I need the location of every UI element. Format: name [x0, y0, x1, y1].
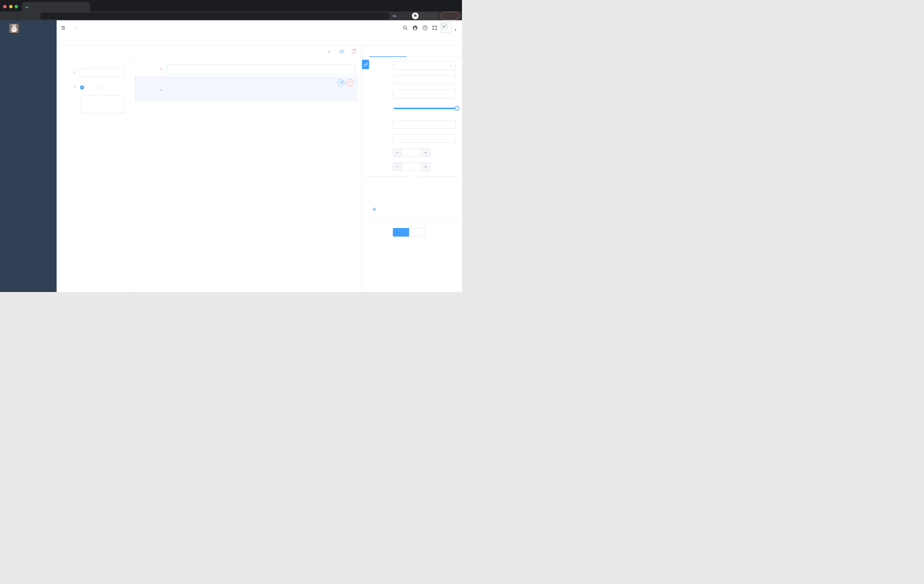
phone-field-label: *	[131, 64, 163, 74]
form-remark-textarea[interactable]: ◿	[80, 96, 125, 114]
component-type-select[interactable]: ∨	[393, 61, 456, 70]
title-row	[362, 90, 462, 98]
breadcrumb: /	[73, 26, 79, 30]
form-status-label: *	[57, 85, 76, 89]
browser-tabstrip	[0, 0, 462, 12]
tags-view	[57, 35, 462, 46]
window-minimize-button[interactable]	[9, 5, 13, 8]
search-icon[interactable]	[403, 25, 408, 31]
trash-icon	[349, 82, 351, 85]
min-select-stepper: − +	[393, 148, 430, 157]
max-select-placeholder[interactable]	[402, 163, 421, 171]
required-mark: *	[160, 67, 162, 72]
avatar-dropdown-icon[interactable]: ▼	[454, 29, 457, 31]
minus-button[interactable]: −	[393, 163, 402, 171]
plus-circle-icon: ⊕	[373, 207, 376, 212]
field-name-input[interactable]	[393, 75, 456, 84]
window-close-button[interactable]	[3, 5, 7, 8]
trash-icon	[353, 51, 356, 53]
form-name-input[interactable]	[80, 68, 125, 77]
required-mark: *	[160, 88, 162, 93]
designer-actions: ✓	[327, 46, 357, 57]
tab-form-props[interactable]	[412, 46, 462, 57]
selected-component-row[interactable]: *	[134, 76, 358, 102]
user-avatar[interactable]	[441, 22, 451, 33]
check-icon: ✓	[327, 49, 331, 54]
sidebar	[0, 20, 57, 292]
minus-button[interactable]: −	[393, 149, 402, 156]
save-button[interactable]: ✓	[327, 49, 332, 54]
form-status-row: *	[57, 85, 130, 89]
properties-panel: ∨	[362, 46, 462, 292]
chevron-down-icon: ∨	[450, 64, 452, 67]
max-select-stepper: − +	[393, 163, 430, 171]
address-bar[interactable]	[40, 13, 389, 20]
screenshot-root: ☰ / ? тT	[0, 0, 462, 292]
resize-handle-icon[interactable]: ◿	[122, 110, 124, 113]
grid-row	[362, 104, 462, 113]
label-width-row	[362, 120, 462, 128]
form-name-label: *	[57, 71, 76, 75]
incognito-badge	[411, 12, 439, 20]
form-remark-row: ◿	[57, 96, 130, 114]
gender-field-label: *	[137, 88, 163, 94]
required-mark: *	[74, 85, 75, 89]
phone-field-input[interactable]	[167, 64, 355, 74]
key-icon[interactable]	[392, 13, 398, 18]
favicon-plant-icon	[25, 5, 29, 9]
window-zoom-button[interactable]	[15, 5, 18, 8]
browser-chrome	[0, 0, 462, 20]
plus-button[interactable]: +	[421, 163, 430, 171]
panel-tabs	[362, 46, 462, 57]
component-palette: * * ◿	[57, 57, 130, 292]
clear-button[interactable]	[353, 49, 357, 53]
svg-text:?: ?	[424, 26, 426, 30]
designer-header: ✓	[57, 46, 362, 57]
update-button[interactable]	[441, 12, 459, 20]
delete-component-button[interactable]	[346, 79, 353, 86]
slider-marker	[393, 108, 394, 109]
field-name-row	[362, 75, 462, 84]
title-input[interactable]	[393, 90, 456, 98]
fullscreen-icon[interactable]	[432, 25, 437, 31]
default-value-row	[362, 134, 462, 143]
incognito-icon	[412, 13, 419, 19]
option-style-button[interactable]	[409, 228, 425, 237]
view-json-button[interactable]	[339, 50, 346, 53]
active-tab-underline	[370, 56, 406, 57]
sidebar-logo	[0, 20, 57, 36]
divider-line	[365, 176, 407, 177]
required-mark: *	[74, 71, 75, 75]
app-header: ☰ / ? тT	[57, 20, 462, 35]
options-divider	[365, 176, 459, 177]
github-icon[interactable]	[412, 25, 418, 31]
radio-closed[interactable]	[96, 86, 99, 89]
label-width-input[interactable]	[393, 120, 456, 128]
radio-open[interactable]	[80, 86, 84, 89]
option-style-default[interactable]	[393, 228, 409, 237]
copy-icon	[340, 82, 342, 84]
form-name-row: *	[57, 68, 130, 77]
copy-component-button[interactable]	[338, 79, 345, 86]
breadcrumb-separator: /	[75, 26, 76, 30]
grid-slider[interactable]	[393, 108, 457, 109]
avatar	[10, 24, 18, 33]
form-canvas: * *	[131, 57, 362, 292]
max-select-row: − +	[362, 163, 462, 171]
option-style-segmented	[393, 228, 425, 237]
tab-component-props[interactable]	[362, 46, 412, 57]
collapse-menu-icon[interactable]: ☰	[61, 25, 65, 31]
divider-line	[417, 176, 459, 177]
min-select-row: − +	[362, 148, 462, 157]
help-icon[interactable]: ?	[422, 25, 428, 31]
min-select-placeholder[interactable]	[402, 149, 421, 156]
eye-icon	[339, 50, 344, 53]
default-value-input[interactable]	[393, 134, 456, 143]
add-option-button[interactable]: ⊕	[373, 207, 378, 212]
plus-button[interactable]: +	[421, 149, 430, 156]
option-style-row	[362, 228, 462, 237]
slider-handle[interactable]	[455, 106, 459, 110]
browser-tab[interactable]	[22, 2, 90, 12]
component-type-row: ∨	[362, 61, 462, 70]
header-icons: ? тT	[403, 20, 446, 35]
